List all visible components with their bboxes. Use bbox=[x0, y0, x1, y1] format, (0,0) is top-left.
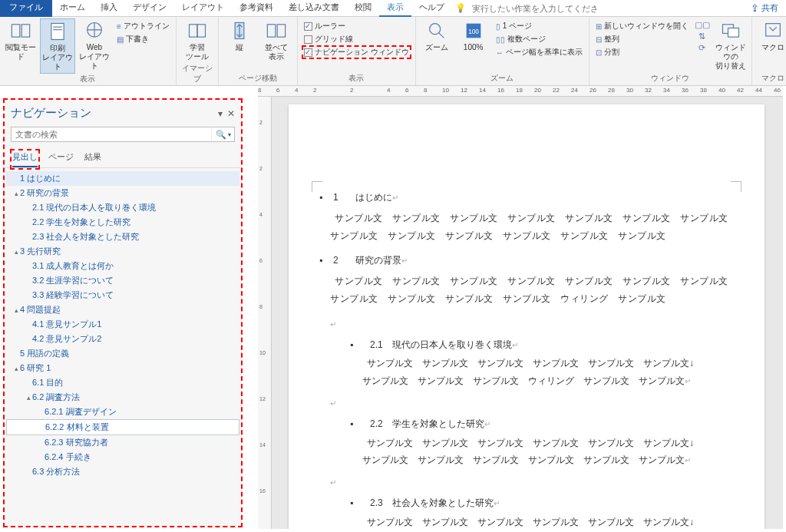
doc-heading-1[interactable]: ▪2 研究の背景↵ bbox=[319, 252, 734, 269]
nav-search-button[interactable]: 🔍▾ bbox=[211, 127, 234, 141]
ruler-checkbox[interactable]: ✓ルーラー bbox=[302, 20, 411, 32]
nav-search-input[interactable] bbox=[12, 127, 211, 141]
tab-ヘルプ[interactable]: ヘルプ bbox=[411, 0, 452, 17]
gridlines-checkbox[interactable]: グリッド線 bbox=[302, 33, 411, 45]
chevron-down-icon: ▾ bbox=[228, 131, 231, 138]
vertical-button[interactable]: 縦 bbox=[222, 18, 257, 54]
nav-heading-item[interactable]: 6.2.2 材料と装置 bbox=[6, 419, 239, 435]
draft-button[interactable]: ▤下書き bbox=[115, 33, 171, 45]
tab-ホーム[interactable]: ホーム bbox=[52, 0, 93, 17]
nav-heading-label: 5 用語の定義 bbox=[20, 348, 69, 359]
tree-toggle-icon[interactable]: ▴ bbox=[12, 365, 20, 372]
side-by-side-button[interactable]: 並べて 表示 bbox=[259, 18, 294, 63]
arrange-all-button[interactable]: ⊟整列 bbox=[594, 33, 690, 45]
nav-heading-item[interactable]: ▴6.2 調査方法 bbox=[6, 390, 239, 405]
zoom-button[interactable]: ズーム bbox=[419, 18, 454, 54]
nav-heading-item[interactable]: 6.2.1 調査デザイン bbox=[6, 405, 239, 419]
tab-ファイル[interactable]: ファイル bbox=[0, 0, 52, 17]
doc-heading-1[interactable]: ▪1 はじめに↵ bbox=[319, 189, 734, 207]
print-layout-button[interactable]: 印刷 レイアウト bbox=[40, 18, 75, 74]
doc-heading-2[interactable]: ▪ 2.3 社会人を対象とした研究↵ bbox=[350, 494, 734, 512]
checkbox-checked-icon: ✓ bbox=[304, 48, 312, 57]
nav-tab-ページ[interactable]: ページ bbox=[48, 151, 74, 167]
ribbon-group-show: ✓ルーラー グリッド線 ✓ナビゲーション ウィンドウ 表示 bbox=[298, 17, 416, 85]
navigation-pane: ナビゲーション ▾ ✕ 🔍▾ 見出しページ結果 1 はじめに▴2 研究の背景2.… bbox=[3, 98, 243, 527]
nav-tab-見出し[interactable]: 見出し bbox=[12, 151, 38, 167]
nav-heading-item[interactable]: ▴6 研究 1 bbox=[6, 361, 239, 375]
nav-heading-item[interactable]: 6.2.4 手続き bbox=[6, 450, 239, 464]
nav-heading-label: 3.2 生涯学習について bbox=[32, 275, 114, 286]
doc-heading-2[interactable]: ▪ 2.1 現代の日本人を取り巻く環境↵ bbox=[350, 336, 734, 354]
multi-page-button[interactable]: ▯▯複数ページ bbox=[494, 33, 584, 45]
nav-heading-label: 4 問題提起 bbox=[20, 304, 61, 316]
nav-heading-item[interactable]: 4.1 意見サンプル1 bbox=[6, 317, 239, 332]
svg-rect-9 bbox=[267, 25, 276, 37]
tab-表示[interactable]: 表示 bbox=[379, 0, 411, 17]
doc-paragraph[interactable]: サンプル文 サンプル文 サンプル文 サンプル文 サンプル文 サンプル文 サンプル… bbox=[330, 273, 734, 308]
tab-デザイン[interactable]: デザイン bbox=[125, 0, 174, 17]
learning-tools-button[interactable]: 学習 ツール bbox=[180, 18, 215, 63]
nav-heading-item[interactable]: 2.2 学生を対象とした研究 bbox=[6, 215, 239, 230]
nav-tabs: 見出しページ結果 bbox=[5, 145, 241, 168]
nav-close-icon[interactable]: ✕ bbox=[227, 108, 235, 119]
macros-button[interactable]: マクロ bbox=[755, 18, 786, 54]
tree-toggle-icon[interactable]: ▴ bbox=[25, 394, 32, 401]
nav-tab-結果[interactable]: 結果 bbox=[84, 151, 101, 167]
page-width-button[interactable]: ↔ページ幅を基準に表示 bbox=[494, 46, 584, 58]
one-page-button[interactable]: ▯1 ページ bbox=[494, 20, 584, 32]
tab-校閲[interactable]: 校閲 bbox=[347, 0, 379, 17]
ribbon-group-zoom: ズーム 100100% ▯1 ページ ▯▯複数ページ ↔ページ幅を基準に表示 ズ… bbox=[416, 17, 590, 85]
tree-toggle-icon[interactable]: ▴ bbox=[12, 190, 20, 197]
nav-heading-item[interactable]: 5 用語の定義 bbox=[6, 346, 239, 361]
nav-heading-item[interactable]: 3.2 生涯学習について bbox=[6, 273, 239, 288]
document-body[interactable]: ▪1 はじめに↵サンプル文 サンプル文 サンプル文 サンプル文 サンプル文 サン… bbox=[319, 189, 734, 529]
tab-差し込み文書[interactable]: 差し込み文書 bbox=[281, 0, 347, 17]
tab-レイアウト[interactable]: レイアウト bbox=[174, 0, 232, 17]
doc-heading-2[interactable]: ▪ 2.2 学生を対象とした研究↵ bbox=[350, 415, 734, 433]
new-window-button[interactable]: ⊞新しいウィンドウを開く bbox=[594, 20, 690, 32]
nav-heading-item[interactable]: ▴3 先行研究 bbox=[6, 244, 239, 259]
doc-paragraph[interactable]: サンプル文 サンプル文 サンプル文 サンプル文 サンプル文 サンプル文 サンプル… bbox=[330, 210, 734, 245]
nav-heading-item[interactable]: 2.1 現代の日本人を取り巻く環境 bbox=[6, 200, 239, 215]
nav-heading-item[interactable]: 3.1 成人教育とは何か bbox=[6, 259, 239, 273]
doc-paragraph[interactable]: サンプル文 サンプル文 サンプル文 サンプル文 サンプル文 サンプル文↓サンプル… bbox=[362, 514, 734, 529]
doc-paragraph[interactable]: サンプル文 サンプル文 サンプル文 サンプル文 サンプル文 サンプル文↓サンプル… bbox=[362, 355, 734, 390]
nav-heading-label: 3.3 経験学習について bbox=[32, 289, 114, 301]
navigation-pane-checkbox[interactable]: ✓ナビゲーション ウィンドウ bbox=[302, 46, 411, 58]
tab-参考資料[interactable]: 参考資料 bbox=[232, 0, 281, 17]
web-layout-button[interactable]: Web レイアウト bbox=[77, 18, 112, 72]
nav-heading-item[interactable]: 3.3 経験学習について bbox=[6, 288, 239, 302]
tab-挿入[interactable]: 挿入 bbox=[93, 0, 125, 17]
doc-paragraph[interactable]: サンプル文 サンプル文 サンプル文 サンプル文 サンプル文 サンプル文↓サンプル… bbox=[362, 435, 734, 470]
nav-heading-item[interactable]: 4.2 意見サンプル2 bbox=[6, 332, 239, 346]
tree-toggle-icon[interactable]: ▴ bbox=[12, 248, 20, 256]
sync-scroll-icon: ⇅ bbox=[698, 31, 705, 41]
nav-heading-item[interactable]: 1 はじめに bbox=[6, 171, 239, 186]
nav-heading-label: 2 研究の背景 bbox=[20, 187, 69, 199]
nav-heading-item[interactable]: 6.1 目的 bbox=[6, 375, 239, 390]
share-button[interactable]: ⇪ 共有 bbox=[746, 1, 783, 15]
nav-heading-label: 1 はじめに bbox=[20, 173, 61, 184]
svg-line-12 bbox=[438, 32, 444, 38]
nav-heading-item[interactable]: 6.3 分析方法 bbox=[6, 464, 239, 479]
tell-me-input[interactable] bbox=[469, 2, 599, 15]
nav-heading-item[interactable]: ▴2 研究の背景 bbox=[6, 186, 239, 200]
page-width-icon: ↔ bbox=[496, 48, 504, 57]
nav-heading-item[interactable]: ▴4 問題提起 bbox=[6, 302, 239, 317]
tree-toggle-icon[interactable]: ▴ bbox=[12, 306, 20, 314]
margin-corner-icon bbox=[312, 181, 322, 192]
ribbon: 閲覧モード 印刷 レイアウト Web レイアウト ≡アウトライン ▤下書き 表示… bbox=[0, 17, 786, 86]
nav-heading-item[interactable]: 2.3 社会人を対象とした研究 bbox=[6, 230, 239, 244]
switch-windows-button[interactable]: ウィンドウの 切り替え bbox=[713, 18, 748, 72]
zoom-100-button[interactable]: 100100% bbox=[456, 18, 491, 54]
nav-heading-label: 4.1 意見サンプル1 bbox=[32, 319, 101, 330]
nav-heading-label: 3 先行研究 bbox=[20, 246, 61, 257]
nav-heading-label: 3.1 成人教育とは何か bbox=[32, 260, 114, 272]
reading-mode-button[interactable]: 閲覧モード bbox=[3, 18, 38, 63]
outline-button[interactable]: ≡アウトライン bbox=[115, 20, 171, 32]
nav-heading-label: 6.2.2 材料と装置 bbox=[45, 421, 109, 433]
split-button[interactable]: ⊡分割 bbox=[594, 46, 690, 58]
nav-heading-item[interactable]: 6.2.3 研究協力者 bbox=[6, 435, 239, 450]
titlebar: ファイルホーム挿入デザインレイアウト参考資料差し込み文書校閲表示ヘルプ 💡 ⇪ … bbox=[0, 0, 786, 17]
nav-dropdown-icon[interactable]: ▾ bbox=[218, 108, 223, 119]
